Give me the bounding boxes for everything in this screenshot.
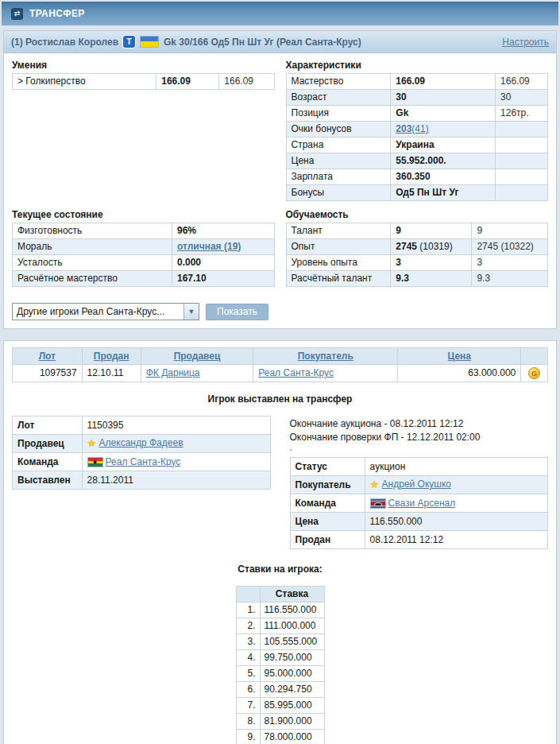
ghana-flag-icon: ★: [87, 457, 103, 467]
bonus-points-link[interactable]: 203: [396, 123, 411, 134]
buyer-team-link[interactable]: Свази Арсенал: [388, 498, 456, 509]
lot-label: Лот: [13, 417, 83, 435]
transfer-history-table: Лот Продан Продавец Покупатель Цена 1097…: [12, 347, 548, 382]
show-button[interactable]: Показать: [206, 304, 268, 320]
current-state-title: Текущее состояние: [12, 209, 275, 220]
train-extra: 9.3: [472, 271, 548, 287]
lot-number: 1150395: [82, 417, 270, 435]
table-row: Покупатель ★ Андрей Окушко: [290, 476, 548, 494]
char-label: Зарплата: [286, 169, 391, 185]
train-extra: 3: [472, 255, 548, 271]
bid-amount: 111.000.000: [260, 618, 324, 634]
star-icon: ★: [370, 479, 380, 491]
state-value: 0.000: [172, 255, 274, 271]
seller-club-link[interactable]: ФК Дарница: [146, 367, 200, 378]
char-label: Возраст: [286, 90, 391, 106]
sort-buyer-link[interactable]: Покупатель: [298, 351, 353, 362]
bid-rank: 4.: [236, 650, 260, 666]
chevron-down-icon[interactable]: ▼: [183, 304, 199, 320]
char-value: Украина: [391, 138, 496, 153]
bonus-points-extra-link[interactable]: (41): [411, 123, 428, 134]
bid-rank: 8.: [236, 714, 260, 730]
bid-amount: 105.555.000: [260, 634, 324, 650]
buyer-manager-link[interactable]: Андрей Окушко: [382, 479, 451, 490]
other-players-select-value: Другие игроки Реал Санта-Крус...: [17, 306, 164, 317]
table-row: 1097537 12.10.11 ФК Дарница Реал Санта-К…: [13, 365, 548, 382]
table-row: 4.99.750.000: [236, 650, 324, 666]
characteristics-table: Мастерство 166.09 166.09 Возраст 30 30 П…: [286, 73, 549, 201]
skills-title: Умения: [12, 60, 275, 71]
bid-amount: 85.995.000: [260, 698, 324, 714]
status-label: Команда: [290, 494, 365, 513]
table-row: Продавец ★ Александр Фадеев: [13, 435, 271, 453]
settings-link[interactable]: Настроить: [502, 37, 549, 48]
seller-team-link[interactable]: Реал Санта-Крус: [106, 456, 181, 467]
train-value: 3: [391, 255, 472, 271]
char-value: 30: [391, 90, 496, 106]
table-row: Продан 08.12.2011 12:12: [290, 531, 548, 549]
char-extra: 166.09: [496, 74, 548, 90]
history-seller: ФК Дарница: [141, 365, 253, 382]
sort-seller-link[interactable]: Продавец: [174, 351, 221, 362]
skill-alt-value: 166.09: [219, 74, 274, 90]
sort-price-link[interactable]: Цена: [448, 351, 472, 362]
player-panel: (1) Ростислав Королев T Gk 30/166 Од5 Пн…: [3, 30, 557, 329]
bid-rank: 6.: [236, 682, 260, 698]
lot-label: Выставлен: [13, 471, 83, 490]
lot-details-table: Лот 1150395 Продавец ★ Александр Фадеев …: [12, 416, 271, 490]
char-value: Од5 Пн Шт Уг: [391, 185, 496, 201]
table-row: Лот 1150395: [13, 417, 271, 435]
table-row: 5.95.000.000: [236, 666, 324, 682]
status-value: аукцион: [365, 458, 547, 476]
table-row: Опыт 2745 (10319) 2745 (10322): [286, 239, 548, 255]
table-header-row: Лот Продан Продавец Покупатель Цена: [13, 348, 548, 365]
transfer-badge-icon: T: [123, 36, 135, 48]
swaziland-flag-icon: [370, 498, 386, 509]
player-panel-body: Умения > Голкиперство 166.09 166.09 Хара…: [4, 53, 556, 328]
trainability-section: Обучаемость Талант 9 9 Опыт 2745 (10319)…: [286, 209, 549, 287]
train-value: 9: [391, 223, 472, 239]
seller-manager-link[interactable]: Александр Фадеев: [99, 437, 183, 448]
bid-amount: 99.750.000: [260, 650, 324, 666]
table-row: Команда ★Реал Санта-Крус: [13, 453, 271, 471]
table-row: > Голкиперство 166.09 166.09: [13, 74, 275, 90]
transfer-panel: Лот Продан Продавец Покупатель Цена 1097…: [3, 340, 557, 744]
char-value: Gk: [391, 106, 496, 122]
morale-link[interactable]: отличная (19): [177, 241, 241, 252]
history-buyer: Реал Санта-Крус: [253, 365, 398, 382]
bid-rank: 7.: [236, 698, 260, 714]
bid-rank: 2.: [236, 618, 260, 634]
header-seller: Продавец: [141, 348, 253, 365]
table-row: Расчётный талант 9.3 9.3: [286, 271, 548, 287]
trainability-title: Обучаемость: [286, 209, 549, 220]
other-players-select[interactable]: Другие игроки Реал Санта-Крус... ▼: [12, 303, 199, 320]
table-row: Цена 55.952.000.: [286, 153, 548, 169]
state-value: 167.10: [172, 271, 274, 287]
lot-team-cell: ★Реал Санта-Крус: [82, 453, 270, 471]
char-value: 166.09: [391, 74, 496, 90]
table-row: Бонусы Од5 Пн Шт Уг: [286, 185, 548, 201]
status-label: Продан: [290, 531, 365, 549]
header-lot: Лот: [13, 348, 83, 365]
header-buyer: Покупатель: [253, 348, 398, 365]
buyer-club-link[interactable]: Реал Санта-Крус: [258, 367, 334, 378]
gold-coin-icon: G: [528, 367, 540, 379]
char-label: Очки бонусов: [286, 122, 391, 138]
char-label: Мастерство: [286, 74, 391, 90]
char-extra: [496, 169, 548, 185]
bids-table: Ставка 1.116.550.000 2.111.000.000 3.105…: [236, 586, 325, 744]
lot-listed-date: 28.11.2011: [82, 471, 270, 490]
sort-sold-link[interactable]: Продан: [94, 351, 129, 362]
history-lot: 1097537: [13, 365, 83, 382]
auction-sold-date: 08.12.2011 12:12: [365, 531, 547, 549]
table-row: 7.85.995.000: [236, 698, 324, 714]
train-label: Уровень опыта: [286, 255, 391, 271]
app-header: ⇄ ТРАНСФЕР: [2, 2, 558, 25]
table-row: 9.78.000.000: [236, 730, 324, 744]
sort-lot-link[interactable]: Лот: [39, 351, 56, 362]
table-row: Статус аукцион: [290, 458, 548, 476]
table-row: Очки бонусов 203(41): [286, 122, 548, 138]
ukraine-flag-icon: [140, 36, 159, 48]
char-value: 360.350: [391, 169, 496, 185]
char-extra: 126тр.: [496, 106, 548, 122]
